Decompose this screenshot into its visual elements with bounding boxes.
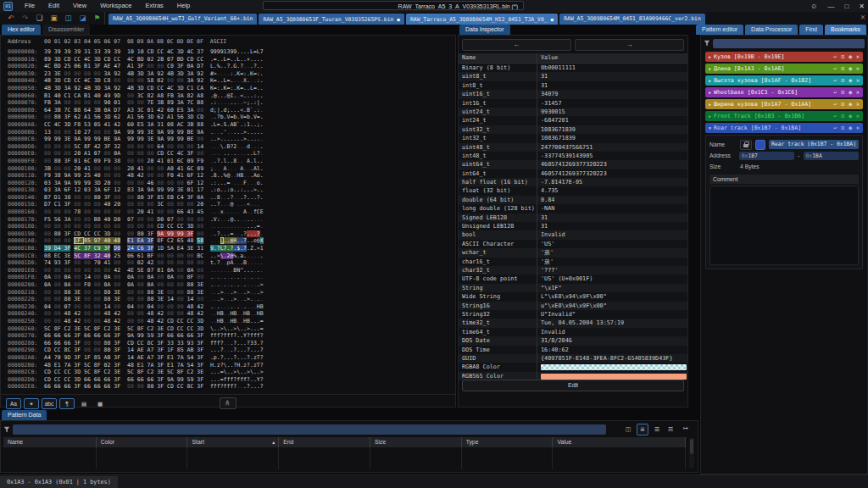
hex-byte[interactable]: C0 (167, 63, 174, 69)
hex-byte[interactable]: A3 (127, 107, 134, 114)
hex-byte[interactable]: 40 (54, 92, 61, 99)
hex-byte[interactable]: 8F (157, 237, 164, 244)
hex-byte[interactable]: 3A (186, 77, 193, 84)
hex-byte[interactable]: 00 (147, 165, 153, 172)
hex-byte[interactable]: 46 (147, 180, 153, 186)
hex-byte[interactable]: 66 (84, 376, 91, 383)
hex-byte[interactable]: 3E (114, 369, 120, 375)
hex-byte[interactable]: 00 (44, 150, 51, 157)
hex-byte[interactable]: 00 (127, 296, 134, 302)
hex-byte[interactable]: 3F (157, 340, 164, 347)
menu-help[interactable]: Help (170, 0, 197, 12)
hex-byte[interactable]: 3A (186, 107, 193, 114)
hex-byte[interactable]: 3F (64, 158, 71, 164)
hex-byte[interactable]: 3D (54, 85, 61, 92)
hex-byte[interactable]: 00 (127, 223, 134, 230)
hex-byte[interactable]: 3F (157, 354, 164, 361)
tab-bookmarks[interactable]: Bookmarks (825, 25, 866, 35)
hex-byte[interactable]: 3D (177, 85, 184, 92)
hex-byte[interactable]: 0A (104, 281, 111, 288)
paragraph-icon[interactable]: ¶ (59, 398, 75, 409)
ascii-char[interactable]: . (260, 143, 264, 150)
hex-byte[interactable]: 00 (177, 289, 184, 296)
hex-byte[interactable]: B1 (44, 92, 51, 99)
expand-arrow-icon[interactable]: ↦ (681, 424, 691, 434)
hex-byte[interactable]: 00 (167, 201, 174, 208)
hex-byte[interactable]: CD (44, 376, 51, 383)
hex-byte[interactable]: 00 (127, 259, 134, 266)
ascii-char[interactable]: . (220, 237, 224, 244)
hex-byte[interactable]: 39 (104, 48, 111, 55)
hex-byte[interactable]: 66 (44, 332, 51, 339)
hex-byte[interactable]: 3C (157, 201, 164, 208)
ascii-char[interactable]: = (260, 325, 264, 332)
hex-byte[interactable]: 00 (114, 303, 120, 310)
hex-byte[interactable]: 6F (64, 186, 71, 193)
hex-byte[interactable]: 00 (137, 281, 144, 288)
ascii-char[interactable]: L (220, 245, 224, 252)
hex-byte[interactable]: 00 (157, 208, 164, 215)
hex-byte[interactable]: 66 (104, 332, 111, 339)
ascii-char[interactable]: . (224, 252, 227, 259)
hex-byte[interactable]: 62 (157, 114, 164, 120)
hex-byte[interactable]: 40 (104, 201, 111, 208)
hex-byte[interactable]: 03 (84, 186, 91, 193)
hex-byte[interactable]: 42 (74, 318, 81, 324)
chevron-right-icon[interactable]: ▶ (709, 78, 711, 83)
ascii-char[interactable]: ? (260, 354, 264, 361)
hex-byte[interactable]: 80 (104, 340, 111, 347)
hex-byte[interactable]: 00 (74, 267, 81, 274)
hex-byte[interactable]: 14 (127, 354, 134, 361)
hex-byte[interactable]: 00 (44, 237, 51, 244)
hex-byte[interactable]: 40 (186, 237, 193, 244)
hex-byte[interactable]: 00 (94, 99, 101, 106)
hex-byte[interactable]: 0A (104, 274, 111, 280)
jump-to-icon[interactable]: ↩ (833, 77, 837, 84)
hex-byte[interactable]: 33 (94, 48, 101, 55)
hex-byte[interactable]: 99 (157, 186, 164, 193)
hex-byte[interactable]: 66 (104, 383, 111, 390)
hex-byte[interactable]: 66 (94, 376, 101, 383)
hex-byte[interactable]: 6C (177, 158, 184, 164)
hex-byte[interactable]: 5E (137, 267, 144, 274)
inspector-row[interactable]: long double (128 bit)-NAN (459, 204, 687, 213)
hex-byte[interactable]: 3F (197, 347, 203, 353)
hex-byte[interactable]: 00 (44, 318, 51, 324)
hex-byte[interactable]: 05 (94, 121, 101, 128)
inspector-row[interactable]: int24_t-6847201 (459, 116, 687, 125)
hex-byte[interactable]: 4C (177, 150, 184, 157)
hex-byte[interactable]: 9A (64, 172, 71, 179)
hex-byte[interactable]: 3F (64, 201, 71, 208)
hex-byte[interactable]: 00 (157, 172, 164, 179)
hex-byte[interactable]: 3F (104, 194, 111, 201)
hex-byte[interactable]: 3F (114, 354, 120, 361)
hex-byte[interactable]: 31 (84, 48, 91, 55)
hex-byte[interactable]: D4 (54, 245, 64, 252)
hex-byte[interactable]: 80 (137, 230, 144, 237)
hex-byte[interactable]: 99 (74, 180, 81, 186)
hex-byte[interactable]: 9A (167, 376, 174, 383)
hex-byte[interactable]: 7A (177, 362, 184, 369)
hex-byte[interactable]: 99 (127, 136, 134, 142)
chevron-right-icon[interactable]: ▶ (709, 102, 711, 107)
ascii-char[interactable]: . (260, 230, 264, 237)
hex-byte[interactable]: 00 (127, 143, 134, 150)
hex-byte[interactable]: 3D (94, 77, 101, 84)
ascii-char[interactable]: B (260, 310, 264, 317)
hex-byte[interactable]: 66 (147, 376, 153, 383)
hex-byte[interactable]: 00 (177, 259, 184, 266)
hex-byte[interactable]: 5A (167, 245, 174, 252)
hex-byte[interactable]: 06 (74, 63, 81, 69)
hex-byte[interactable]: 00 (114, 180, 120, 186)
hex-byte[interactable]: 92 (114, 70, 120, 77)
hex-byte[interactable]: 00 (94, 310, 101, 317)
hex-byte[interactable]: D0 (114, 216, 120, 223)
hex-byte[interactable]: A4 (44, 354, 51, 361)
hex-byte[interactable]: 40 (104, 216, 111, 223)
bookmark-entry[interactable]: ▶Высота кузова [0x1AF - 0x1B2]↩⊡◉✕ (705, 75, 863, 86)
hex-byte[interactable]: 00 (127, 150, 134, 157)
hex-byte[interactable]: 80 (54, 158, 61, 164)
hex-byte[interactable]: 00 (84, 340, 91, 347)
hex-byte[interactable]: 70 (54, 354, 61, 361)
hex-byte[interactable]: 9A (197, 129, 203, 136)
